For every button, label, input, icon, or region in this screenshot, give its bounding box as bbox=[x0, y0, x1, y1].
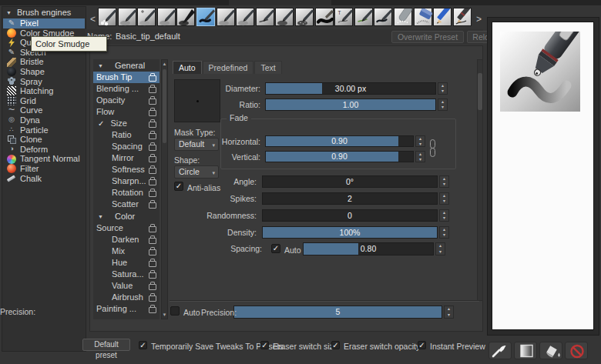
unlocked-lock-icon[interactable] bbox=[149, 202, 156, 209]
spin-up-icon[interactable]: ▴ bbox=[440, 176, 448, 182]
footer-checkbox-instant-preview[interactable]: ✓ bbox=[418, 341, 426, 349]
fade-horizontal-slider[interactable]: 0.90 bbox=[265, 135, 414, 147]
unlocked-lock-icon[interactable] bbox=[149, 226, 156, 232]
density-slider[interactable]: 100% bbox=[262, 226, 438, 239]
options-scrollbar-thumb[interactable] bbox=[163, 69, 166, 143]
unlocked-lock-icon[interactable] bbox=[149, 168, 156, 174]
spin-up-icon[interactable]: ▴ bbox=[440, 210, 448, 215]
option-spacing[interactable]: Spacing bbox=[93, 141, 159, 152]
option-darken[interactable]: Darken bbox=[93, 234, 159, 245]
link-fade-icon[interactable] bbox=[429, 139, 437, 159]
tab-predefined[interactable]: Predefined bbox=[203, 61, 254, 74]
options-scrollbar[interactable]: ▲ ▼ bbox=[161, 59, 168, 319]
option-blending[interactable]: Blending ... bbox=[93, 83, 159, 95]
preset-thumbnail-17-eraser-blue[interactable] bbox=[414, 8, 432, 26]
unlocked-lock-icon[interactable] bbox=[149, 87, 156, 93]
option-ratio[interactable]: Ratio bbox=[93, 129, 159, 141]
spacing-slider[interactable]: 0.80 bbox=[303, 242, 434, 255]
preset-thumbnail-14-pen-green[interactable] bbox=[354, 8, 373, 26]
spin-down-icon[interactable]: ▾ bbox=[438, 105, 447, 110]
preset-scroll-right-button[interactable]: > bbox=[475, 10, 482, 28]
spacing-spinner[interactable]: ▴▾ bbox=[435, 242, 445, 255]
option-section-color[interactable]: ▼Color bbox=[93, 210, 159, 222]
unlocked-lock-icon[interactable] bbox=[149, 261, 156, 267]
option-satura[interactable]: Satura... bbox=[93, 269, 159, 280]
engine-item-tangent-normal[interactable]: Tangent Normal bbox=[3, 154, 85, 164]
preset-thumbnail-12-brush-black[interactable] bbox=[315, 8, 334, 26]
footer-checkbox-eraser-switch-opacity[interactable]: ✓ bbox=[331, 341, 340, 349]
option-rotation[interactable]: Rotation bbox=[93, 187, 159, 199]
unlocked-lock-icon[interactable] bbox=[149, 122, 156, 128]
option-opacity[interactable]: Opacity bbox=[93, 95, 159, 106]
brush-engines-header[interactable]: ▼Brush engines bbox=[2, 7, 86, 18]
engine-item-spray[interactable]: Spray bbox=[3, 77, 85, 87]
scroll-up-icon[interactable]: ▲ bbox=[162, 61, 167, 67]
spin-up-icon[interactable]: ▴ bbox=[438, 83, 447, 88]
engine-item-deform[interactable]: ◑Deform bbox=[3, 145, 85, 155]
preset-thumbnail-10-pen-dark[interactable] bbox=[275, 8, 294, 26]
spin-down-icon[interactable]: ▾ bbox=[440, 232, 448, 238]
diameter-spinner[interactable]: ▴▾ bbox=[438, 82, 448, 95]
preset-thumbnail-19-pencil-dark[interactable] bbox=[453, 8, 472, 26]
unlocked-lock-icon[interactable] bbox=[149, 75, 156, 82]
density-spinner[interactable]: ▴▾ bbox=[439, 226, 449, 239]
default-preset-button[interactable]: Default preset bbox=[82, 339, 130, 351]
spin-down-icon[interactable]: ▾ bbox=[440, 215, 448, 221]
preset-thumbnail-16-stylus-dotted[interactable] bbox=[394, 8, 412, 26]
unlocked-lock-icon[interactable] bbox=[149, 99, 156, 105]
preset-thumbnail-2-pen-smear[interactable] bbox=[118, 8, 136, 26]
unlocked-lock-icon[interactable] bbox=[149, 179, 156, 185]
spin-down-icon[interactable]: ▾ bbox=[416, 157, 425, 162]
diameter-slider[interactable]: 30.00 px bbox=[265, 82, 436, 95]
precision-slider[interactable]: 5 bbox=[233, 306, 442, 319]
footer-checkbox-temporarily-save-tweaks-to-presets[interactable]: ✓ bbox=[139, 341, 147, 349]
option-hue[interactable]: Hue bbox=[93, 257, 159, 269]
unlocked-lock-icon[interactable] bbox=[149, 156, 156, 162]
randomness-slider[interactable]: 0 bbox=[262, 209, 438, 222]
engine-item-pixel[interactable]: ✎Pixel bbox=[3, 18, 85, 28]
overwrite-preset-button[interactable]: Overwrite Preset bbox=[391, 31, 464, 43]
engine-item-shape[interactable]: Shape bbox=[3, 67, 85, 77]
preset-thumbnail-18-pencil-blue[interactable] bbox=[433, 8, 452, 26]
ratio-spinner[interactable]: ▴▾ bbox=[438, 99, 448, 111]
spin-down-icon[interactable]: ▾ bbox=[440, 199, 448, 204]
preset-thumbnail-1-pen-dots[interactable] bbox=[98, 8, 116, 26]
randomness-spinner[interactable]: ▴▾ bbox=[439, 209, 449, 222]
spin-up-icon[interactable]: ▴ bbox=[440, 227, 448, 232]
preset-thumbnail-9-pen-line[interactable] bbox=[256, 8, 274, 26]
unlocked-lock-icon[interactable] bbox=[149, 272, 156, 279]
preset-scroll-left-button[interactable]: < bbox=[89, 10, 96, 28]
unlocked-lock-icon[interactable] bbox=[149, 307, 156, 313]
gradient-tool-button[interactable] bbox=[514, 342, 537, 359]
spikes-slider[interactable]: 2 bbox=[262, 192, 438, 205]
fill-tool-button[interactable] bbox=[539, 342, 562, 359]
option-sharpn[interactable]: Sharpn... bbox=[93, 175, 159, 187]
spin-down-icon[interactable]: ▾ bbox=[445, 312, 453, 319]
fade-vertical-slider[interactable]: 0.90 bbox=[265, 151, 414, 162]
precision-auto-checkbox[interactable] bbox=[170, 306, 180, 316]
option-mirror[interactable]: Mirror bbox=[93, 152, 159, 164]
preset-thumbnail-15-pen-curve[interactable] bbox=[374, 8, 392, 26]
angle-spinner[interactable]: ▴▾ bbox=[439, 175, 449, 188]
engine-item-chalk[interactable]: Chalk bbox=[3, 174, 85, 184]
preset-thumbnail-5-marker-dark[interactable] bbox=[176, 8, 195, 26]
engine-item-bristle[interactable]: Bristle bbox=[3, 57, 85, 67]
spin-down-icon[interactable]: ▾ bbox=[416, 142, 425, 147]
spacing-auto-checkbox[interactable]: ✓ bbox=[271, 244, 280, 253]
engine-item-filter[interactable]: Filter bbox=[3, 164, 85, 174]
angle-slider[interactable]: 0° bbox=[262, 175, 438, 188]
unlocked-lock-icon[interactable] bbox=[149, 133, 156, 139]
tab-text[interactable]: Text bbox=[254, 61, 281, 74]
option-section-general[interactable]: ▼General bbox=[93, 59, 159, 72]
fade-horizontal-spinner[interactable]: ▴▾ bbox=[415, 135, 425, 147]
spin-down-icon[interactable]: ▾ bbox=[440, 182, 448, 187]
preset-thumbnail-13-pen-t[interactable]: T bbox=[334, 8, 353, 26]
option-softness[interactable]: Softness bbox=[93, 164, 159, 175]
ratio-slider[interactable]: 1.00 bbox=[265, 99, 436, 111]
option-value[interactable]: Value bbox=[93, 280, 159, 292]
engine-item-particle[interactable]: ∴Particle bbox=[3, 125, 85, 135]
settings-scrollbar-thumb[interactable] bbox=[478, 73, 482, 110]
spin-up-icon[interactable]: ▴ bbox=[445, 306, 453, 312]
unlocked-lock-icon[interactable] bbox=[149, 238, 156, 244]
preset-thumbnail-4-pen-smear[interactable] bbox=[157, 8, 176, 26]
